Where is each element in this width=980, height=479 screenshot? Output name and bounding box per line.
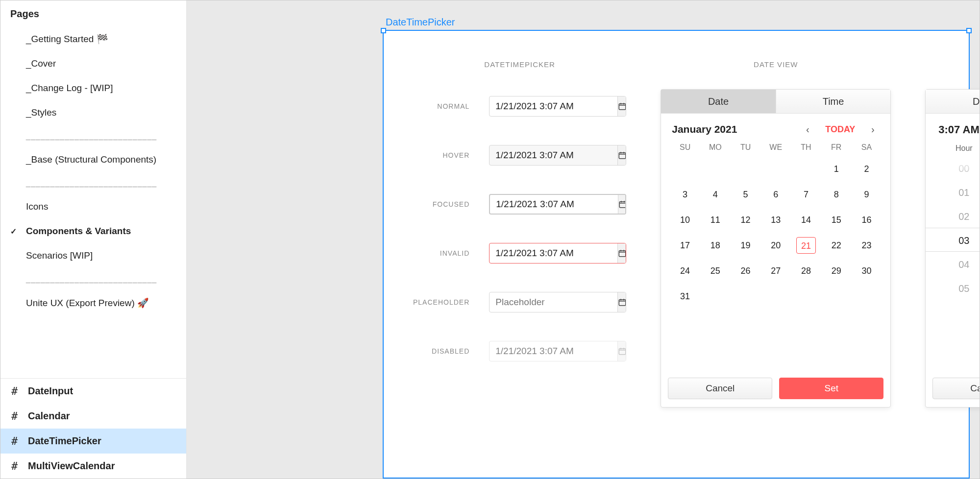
calendar-day[interactable]: 20 xyxy=(766,237,785,254)
calendar-day[interactable]: 25 xyxy=(706,263,725,279)
page-item[interactable]: _Base (Structural Components) xyxy=(0,147,186,172)
datetimepicker-invalid[interactable] xyxy=(489,243,626,263)
calendar-day[interactable]: 7 xyxy=(796,186,816,203)
page-item[interactable]: _Cover xyxy=(0,51,186,76)
calendar-day[interactable]: 28 xyxy=(796,263,816,279)
spinner-item[interactable]: 04 xyxy=(926,253,980,277)
datetimepicker-placeholder[interactable] xyxy=(489,292,626,312)
calendar-weekday: TH xyxy=(791,143,821,152)
datetimepicker-input[interactable] xyxy=(490,145,617,165)
tab-date[interactable]: Date xyxy=(661,90,776,113)
chevron-right-icon[interactable]: › xyxy=(866,124,880,135)
calendar-day[interactable]: 29 xyxy=(827,263,846,279)
calendar-day[interactable]: 11 xyxy=(706,212,725,228)
calendar-icon[interactable] xyxy=(618,195,626,214)
calendar-day[interactable]: 24 xyxy=(675,263,695,279)
calendar-icon[interactable] xyxy=(617,145,626,165)
spinner-item[interactable]: 06 xyxy=(926,301,980,309)
frame-icon xyxy=(10,461,21,472)
cancel-button[interactable]: Cancel xyxy=(668,378,772,399)
calendar-icon[interactable] xyxy=(617,96,626,116)
calendar-day[interactable]: 4 xyxy=(706,186,725,203)
spinner-item[interactable]: 01 xyxy=(926,181,980,205)
calendar-day[interactable]: 8 xyxy=(827,186,846,203)
datetimepicker-input[interactable] xyxy=(490,96,617,116)
calendar-day[interactable]: 13 xyxy=(766,212,785,228)
calendar-day[interactable]: 21 xyxy=(796,237,816,254)
calendar-empty xyxy=(675,161,695,177)
page-item[interactable]: Icons xyxy=(0,194,186,219)
set-button[interactable]: Set xyxy=(779,378,883,399)
layer-item[interactable]: MultiViewCalendar xyxy=(0,454,186,479)
calendar-day[interactable]: 1 xyxy=(827,161,846,177)
segmented-control: Date Time xyxy=(661,90,890,114)
page-item-label: ___________________________ xyxy=(26,132,157,140)
calendar-icon[interactable] xyxy=(617,292,626,312)
calendar-day[interactable]: 23 xyxy=(857,237,876,254)
datetimepicker-normal[interactable] xyxy=(489,96,626,117)
popup-footer: Cancel Set xyxy=(661,371,890,407)
calendar-day[interactable]: 12 xyxy=(736,212,756,228)
calendar-day[interactable]: 14 xyxy=(796,212,816,228)
spinner-item[interactable]: 03 xyxy=(926,229,980,253)
datetimepicker-input[interactable] xyxy=(490,195,618,214)
frame-label[interactable]: DateTimePicker xyxy=(386,17,455,28)
canvas[interactable]: DateTimePicker DATETIMEPICKER NORMAL xyxy=(187,0,980,479)
frame-selection[interactable]: DATETIMEPICKER NORMAL HOVER xyxy=(383,30,970,479)
calendar-day[interactable]: 18 xyxy=(706,237,725,254)
frame-content: DATETIMEPICKER NORMAL HOVER xyxy=(384,31,969,478)
datetimepicker-hover[interactable] xyxy=(489,145,626,166)
datetimepicker-input[interactable] xyxy=(490,243,617,263)
calendar-day[interactable]: 16 xyxy=(857,212,876,228)
calendar-day[interactable]: 19 xyxy=(736,237,756,254)
page-item[interactable]: ___________________________ xyxy=(0,125,186,147)
calendar-day[interactable]: 15 xyxy=(827,212,846,228)
datetimepicker-states-column: DATETIMEPICKER NORMAL HOVER xyxy=(413,60,626,458)
calendar-day[interactable]: 3 xyxy=(675,186,695,203)
calendar-day[interactable]: 31 xyxy=(675,288,695,305)
state-label: NORMAL xyxy=(437,102,469,110)
time-title: 3:07 AM xyxy=(938,123,980,136)
page-item[interactable]: _Change Log - [WIP] xyxy=(0,76,186,100)
column-heading-datetimepicker: DATETIMEPICKER xyxy=(413,60,626,69)
datetimepicker-focused[interactable] xyxy=(489,194,626,215)
sidebar: Pages _Getting Started 🏁_Cover_Change Lo… xyxy=(0,0,187,479)
spinner-item[interactable]: 02 xyxy=(926,205,980,229)
page-item[interactable]: _Styles xyxy=(0,100,186,125)
calendar-day[interactable]: 17 xyxy=(675,237,695,254)
layer-item[interactable]: Calendar xyxy=(0,404,186,429)
calendar-day[interactable]: 5 xyxy=(736,186,756,203)
page-item[interactable]: _Getting Started 🏁 xyxy=(0,26,186,51)
layer-item[interactable]: DateTimePicker xyxy=(0,429,186,454)
cancel-button[interactable]: Cancel xyxy=(932,378,980,399)
svg-rect-1 xyxy=(619,153,626,159)
spinner-item[interactable]: 00 xyxy=(926,157,980,181)
page-item[interactable]: Unite UX (Export Preview) 🚀 xyxy=(0,290,186,315)
date-view-column: DATE VIEW Date Time January 2021 ‹ TODAY… xyxy=(661,60,891,458)
calendar-day[interactable]: 27 xyxy=(766,263,785,279)
page-item[interactable]: ✓Components & Variants xyxy=(0,219,186,243)
page-item[interactable]: Scenarios [WIP] xyxy=(0,243,186,268)
spinner-item[interactable]: 05 xyxy=(926,277,980,301)
month-title[interactable]: January 2021 xyxy=(672,123,795,135)
layer-item[interactable]: DateInput xyxy=(0,379,186,404)
layer-item-label: DateTimePicker xyxy=(28,435,101,447)
tab-date[interactable]: Date xyxy=(926,90,980,113)
chevron-left-icon[interactable]: ‹ xyxy=(801,124,814,135)
hour-spinner[interactable]: Hour 00010203040506 xyxy=(926,139,980,371)
calendar-day[interactable]: 22 xyxy=(827,237,846,254)
today-link[interactable]: TODAY xyxy=(820,124,860,135)
page-item[interactable]: ___________________________ xyxy=(0,268,186,290)
calendar-day[interactable]: 30 xyxy=(857,263,876,279)
calendar-day[interactable]: 10 xyxy=(675,212,695,228)
calendar-day[interactable]: 2 xyxy=(857,161,876,177)
calendar-icon[interactable] xyxy=(617,243,626,263)
page-item[interactable]: ___________________________ xyxy=(0,172,186,194)
datetimepicker-input[interactable] xyxy=(490,292,617,312)
calendar-day[interactable]: 9 xyxy=(857,186,876,203)
calendar-day[interactable]: 6 xyxy=(766,186,785,203)
page-item-label: _Getting Started 🏁 xyxy=(26,34,108,44)
calendar-day[interactable]: 26 xyxy=(736,263,756,279)
page-item-label: Scenarios [WIP] xyxy=(26,250,93,261)
tab-time[interactable]: Time xyxy=(776,90,891,113)
